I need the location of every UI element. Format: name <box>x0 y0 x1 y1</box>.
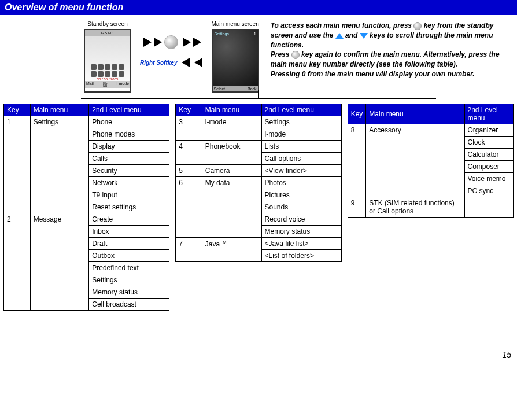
table-row: 6My dataPhotos <box>176 177 341 189</box>
col-key: Key <box>4 104 31 116</box>
cell-key: 4 <box>176 141 202 165</box>
ok-key-icon <box>291 51 300 59</box>
cell-second: Record voice <box>261 213 341 226</box>
menu-table-1: KeyMain menu2nd Level menu1SettingsPhone… <box>3 104 169 311</box>
ok-key-icon <box>413 22 422 30</box>
table-row: 5Camera<View finder> <box>176 165 341 177</box>
arrows-bottom: Right Softkey <box>140 58 202 67</box>
main-menu-screen: Settings 1 Select Back <box>212 29 259 93</box>
cell-second: T9 input <box>89 189 169 201</box>
standby-right-softkey: i-mode <box>117 82 129 87</box>
standby-center-softkey: MENU <box>103 82 108 87</box>
menu-table-3: KeyMain menu2nd Level menu8AccessoryOrga… <box>348 104 514 218</box>
cell-second: Memory status <box>89 286 169 299</box>
cell-second: Settings <box>261 116 341 128</box>
connector-line <box>81 98 436 99</box>
menu-screen-num: 1 <box>254 32 256 36</box>
col-key: Key <box>176 104 202 116</box>
cell-second: Create <box>89 213 169 226</box>
menu-table-2: KeyMain menu2nd Level menu3i-modeSetting… <box>175 104 341 262</box>
col-second: 2nd Level menu <box>464 104 513 124</box>
down-arrow-icon <box>360 33 368 39</box>
arrow-left-icon <box>182 58 190 67</box>
table-row: 8AccessoryOrganizer <box>348 124 513 137</box>
cell-main: Message <box>30 213 89 311</box>
arrow-right-icon <box>154 38 162 47</box>
top-section: Standby screen G S M 1 30 / 05 / 2005 Ma… <box>0 15 517 98</box>
cell-second: Phone <box>89 116 169 128</box>
phone-date: 30 / 05 / 2005 <box>97 78 119 81</box>
page-title: Overview of menu function <box>0 0 517 15</box>
cell-second: Pictures <box>261 189 341 201</box>
cell-second: Lists <box>261 141 341 153</box>
cell-second: Predefined text <box>89 262 169 274</box>
right-softkey-label: Right Softkey <box>140 60 177 66</box>
standby-label: Standby screen <box>87 21 128 27</box>
cell-second: Network <box>89 177 169 189</box>
cell-second: Calculator <box>464 149 513 161</box>
cell-second: Security <box>89 165 169 177</box>
table-row: 1SettingsPhone <box>4 116 169 128</box>
cell-second: Display <box>89 141 169 153</box>
arrow-left-icon <box>194 58 202 67</box>
col-main: Main menu <box>202 104 261 116</box>
cell-second: Call options <box>261 153 341 165</box>
cell-main: STK (SIM related functions) or Call opti… <box>366 197 464 218</box>
cell-second: Organizer <box>464 124 513 137</box>
cell-key: 7 <box>176 238 202 262</box>
cell-second: Settings <box>89 274 169 286</box>
phone-carrier: G S M 1 <box>85 30 130 36</box>
cell-second: Outbox <box>89 250 169 262</box>
cell-second: Composer <box>464 161 513 173</box>
col-main: Main menu <box>366 104 464 124</box>
arrows-col: Right Softkey <box>140 35 202 67</box>
cell-key: 1 <box>4 116 31 213</box>
main-menu-label: Main menu screen <box>211 21 258 27</box>
col-second: 2nd Level menu <box>261 104 341 116</box>
cell-second: Voice memo <box>464 173 513 185</box>
cell-second: Phone modes <box>89 128 169 141</box>
cell-second: PC sync <box>464 185 513 197</box>
cell-second: i-mode <box>261 128 341 141</box>
cell-main: Phonebook <box>202 141 261 165</box>
cell-key: 3 <box>176 116 202 141</box>
menu-screen-title: Settings <box>215 32 229 36</box>
cell-second: <List of folders> <box>261 250 341 262</box>
cell-main: i-mode <box>202 116 261 141</box>
menu-left-softkey: Select <box>214 87 225 91</box>
cell-second: <Java file list> <box>261 238 341 250</box>
main-menu-screen-col: Main menu screen Settings 1 Select Back <box>211 21 258 93</box>
cell-main: JavaTM <box>202 238 261 262</box>
cell-main: Accessory <box>366 124 464 197</box>
cell-second: Cell broadcast <box>89 299 169 311</box>
cell-second: Photos <box>261 177 341 189</box>
col-main: Main menu <box>30 104 89 116</box>
col-key: Key <box>348 104 366 124</box>
cell-main: My data <box>202 177 261 238</box>
cell-second: Clock <box>464 137 513 149</box>
cell-key: 2 <box>4 213 31 311</box>
table-row: 9STK (SIM related functions) or Call opt… <box>348 197 513 218</box>
cell-second: Reset settings <box>89 201 169 213</box>
arrows-top <box>143 35 199 49</box>
cell-key: 9 <box>348 197 366 218</box>
cell-key: 6 <box>176 177 202 238</box>
cell-second: Sounds <box>261 201 341 213</box>
ok-key-icon <box>164 35 178 49</box>
cell-second <box>464 197 513 218</box>
col-second: 2nd Level menu <box>89 104 169 116</box>
arrow-right-icon <box>143 38 152 47</box>
cell-second: <View finder> <box>261 165 341 177</box>
table-row: 7JavaTM<Java file list> <box>176 238 341 250</box>
standby-screen: G S M 1 30 / 05 / 2005 Mail MENU i-mode <box>84 29 131 93</box>
menu-right-softkey: Back <box>248 87 257 91</box>
up-arrow-icon <box>335 33 344 39</box>
cell-key: 8 <box>348 124 366 197</box>
cell-main: Camera <box>202 165 261 177</box>
instructions: To access each main menu function, press… <box>271 21 517 79</box>
arrow-right-icon <box>193 38 201 47</box>
page-number: 15 <box>0 350 517 359</box>
table-row: 3i-modeSettings <box>176 116 341 128</box>
arrow-right-icon <box>183 38 191 47</box>
cell-second: Draft <box>89 238 169 250</box>
